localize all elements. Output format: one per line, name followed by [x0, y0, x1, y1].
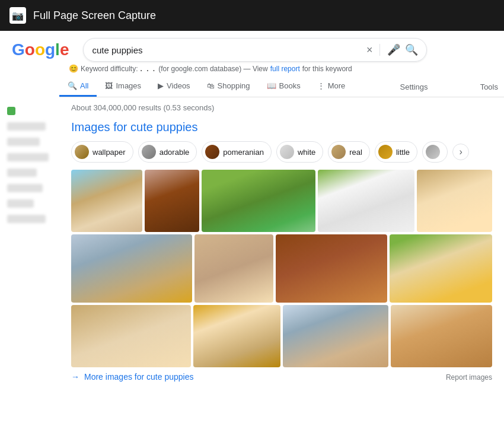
image-cell-4[interactable]	[318, 170, 414, 232]
image-row-2	[71, 234, 492, 303]
kw-dots: . . .	[141, 65, 157, 73]
more-images-link[interactable]: → More images for cute puppies	[71, 372, 193, 382]
tab-videos[interactable]: ▶ Videos	[149, 77, 199, 97]
search-button-icon[interactable]: 🔍	[405, 43, 418, 56]
pill-real[interactable]: real	[328, 141, 370, 163]
sidebar-item-3	[7, 153, 49, 161]
image-row-3	[71, 305, 492, 367]
image-cell-8[interactable]	[276, 234, 387, 303]
puppy-image-1	[71, 170, 142, 232]
puppy-image-5	[417, 170, 492, 232]
tab-images[interactable]: 🖼 Images	[97, 77, 149, 97]
kw-text: Keyword difficulty:	[81, 65, 138, 73]
tab-all[interactable]: 🔍 All	[59, 77, 97, 97]
tab-shopping-icon: 🛍	[207, 81, 215, 90]
pill-pomeranian[interactable]: pomeranian	[202, 141, 272, 163]
mic-icon[interactable]: 🎤	[387, 43, 400, 56]
top-bar: 📷 Full Page Screen Capture	[0, 0, 504, 31]
puppy-image-10	[71, 305, 191, 367]
report-images-link[interactable]: Report images	[446, 373, 492, 382]
tab-all-icon: 🔍	[68, 81, 77, 90]
tab-videos-label: Videos	[167, 81, 190, 90]
sidebar-item-4	[7, 169, 37, 177]
pill-pomeranian-thumb	[205, 145, 219, 159]
image-cell-9[interactable]	[390, 234, 492, 303]
kw-db-text: (for google.com database) — View	[158, 65, 268, 73]
pill-wallpaper-thumb	[75, 145, 89, 159]
app-title: Full Page Screen Capture	[33, 9, 156, 22]
pill-wallpaper[interactable]: wallpaper	[71, 141, 133, 163]
image-row-1	[71, 170, 492, 232]
image-cell-2[interactable]	[145, 170, 199, 232]
kw-full-report-link[interactable]: full report	[270, 65, 300, 73]
tab-more-icon: ⋮	[317, 81, 325, 90]
puppy-image-6	[71, 234, 192, 303]
tab-more-label: More	[328, 81, 346, 90]
sidebar-item-1	[7, 122, 46, 131]
pill-real-label: real	[349, 148, 362, 157]
kw-suffix: for this keyword	[302, 65, 352, 73]
tab-all-label: All	[80, 81, 88, 90]
logo-o2: o	[35, 40, 45, 59]
keyword-difficulty-bar: 😊 Keyword difficulty: . . . (for google.…	[69, 62, 504, 74]
search-bar: × 🎤 🔍	[83, 38, 427, 62]
clear-icon[interactable]: ×	[366, 44, 373, 56]
google-logo: Google	[12, 42, 69, 58]
sidebar-item-7	[7, 215, 46, 223]
nav-tabs: 🔍 All 🖼 Images ▶ Videos 🛍 Shopping 📖 Boo…	[59, 74, 504, 97]
tab-videos-icon: ▶	[158, 81, 164, 90]
tab-shopping-label: Shopping	[218, 81, 250, 90]
image-cell-10[interactable]	[71, 305, 191, 367]
tools-link[interactable]: Tools	[474, 78, 504, 96]
sidebar	[0, 97, 65, 387]
pill-adorable-label: adorable	[160, 148, 190, 157]
camera-icon: 📷	[9, 7, 26, 24]
puppy-image-9	[390, 234, 492, 303]
pill-adorable[interactable]: adorable	[138, 141, 197, 163]
tab-shopping[interactable]: 🛍 Shopping	[199, 77, 259, 97]
image-cell-1[interactable]	[71, 170, 142, 232]
image-cell-11[interactable]	[193, 305, 280, 367]
puppy-image-3	[202, 170, 315, 232]
pill-little-label: little	[396, 148, 410, 157]
tab-images-icon: 🖼	[105, 81, 113, 90]
pill-adorable-thumb	[142, 145, 156, 159]
image-cell-12[interactable]	[283, 305, 388, 367]
pills-next-arrow[interactable]: ›	[452, 144, 469, 160]
image-cell-13[interactable]	[391, 305, 492, 367]
image-cell-6[interactable]	[71, 234, 192, 303]
sidebar-green-box	[7, 107, 15, 115]
kw-emoji: 😊	[69, 64, 78, 73]
search-divider	[379, 44, 380, 56]
pill-extra[interactable]	[422, 141, 448, 163]
pill-white[interactable]: white	[276, 141, 323, 163]
main-content: About 304,000,000 results (0.53 seconds)…	[0, 97, 504, 387]
pill-extra-thumb	[426, 145, 440, 159]
logo-e: e	[60, 40, 69, 59]
image-cell-5[interactable]	[417, 170, 492, 232]
puppy-image-13	[391, 305, 492, 367]
image-cell-7[interactable]	[194, 234, 273, 303]
image-cell-3[interactable]	[202, 170, 315, 232]
tab-books-icon: 📖	[267, 81, 276, 90]
settings-link[interactable]: Settings	[394, 78, 433, 96]
pill-real-thumb	[331, 145, 346, 159]
sidebar-item-5	[7, 184, 43, 192]
tab-books-label: Books	[279, 81, 301, 90]
pill-little-thumb	[378, 145, 393, 159]
tab-books[interactable]: 📖 Books	[259, 77, 309, 97]
logo-g2: g	[45, 40, 55, 59]
google-header: Google × 🎤 🔍	[0, 31, 504, 62]
logo-o1: o	[25, 40, 35, 59]
tab-more[interactable]: ⋮ More	[309, 77, 354, 97]
puppy-image-8	[276, 234, 387, 303]
logo-g: G	[12, 40, 25, 59]
image-category-pills: wallpaper adorable pomeranian white real…	[71, 141, 492, 163]
search-input[interactable]	[92, 45, 361, 55]
pill-little[interactable]: little	[375, 141, 417, 163]
images-for-header[interactable]: Images for cute puppies	[71, 120, 492, 134]
pill-white-label: white	[298, 148, 315, 157]
logo-l: l	[55, 40, 60, 59]
puppy-image-12	[283, 305, 388, 367]
puppy-image-7	[194, 234, 273, 303]
